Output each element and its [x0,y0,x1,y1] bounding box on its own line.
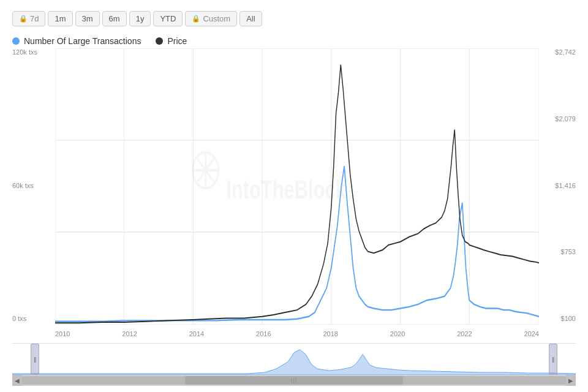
x-label-2016: 2016 [256,330,271,337]
btn-ytd-label: YTD [160,14,176,23]
btn-custom-label: Custom [203,14,230,23]
btn-all-label: All [246,14,255,23]
btn-3m-label: 3m [82,14,93,23]
legend-item-price: Price [156,36,187,46]
mini-chart-svg: 2010 2015 2020 [12,344,576,375]
x-label-2022: 2022 [457,330,472,337]
y-axis-right: $2,742 $2,079 $1,416 $753 $100 [539,48,576,325]
x-label-2020: 2020 [390,330,405,337]
y-right-label-4: $753 [561,248,576,255]
y-right-label-5: $100 [561,315,576,322]
x-label-2024: 2024 [524,330,539,337]
chart-svg-wrapper: IntoTheBlock [55,48,539,325]
scroll-left-arrow[interactable]: ◀ [12,375,22,386]
mini-chart-area [12,350,576,375]
legend: Number Of Large Transactions Price [12,31,576,48]
y-label-0: 0 txs [12,315,26,322]
btn-1y-label: 1y [136,14,145,23]
scrollbar-thumb[interactable]: ||| [185,376,402,385]
y-axis-left: 120k txs 60k txs 0 txs [12,48,55,325]
legend-item-transactions: Number Of Large Transactions [12,36,141,46]
scrollbar-track: ||| [22,376,566,385]
svg-text:IntoTheBlock: IntoTheBlock [226,175,345,204]
y-label-120k: 120k txs [12,48,37,56]
x-label-2012: 2012 [122,330,137,337]
y-right-label-1: $2,742 [555,48,576,56]
btn-1m-label: 1m [55,14,66,23]
btn-7d-label: 7d [30,14,39,23]
mini-chart-inner: 2010 2015 2020 ‖ ‖ [12,344,576,375]
btn-3m[interactable]: 3m [75,11,100,26]
scrollbar[interactable]: ◀ ||| ▶ [12,375,576,386]
scrollbar-thumb-icon: ||| [291,377,297,383]
btn-6m[interactable]: 6m [102,11,127,26]
toolbar: 🔒7d1m3m6m1yYTD🔒CustomAll [12,6,576,31]
btn-all[interactable]: All [239,11,262,26]
app-container: 🔒7d1m3m6m1yYTD🔒CustomAll Number Of Large… [0,0,588,392]
btn-custom-lock-icon: 🔒 [192,15,200,23]
legend-dot-transactions [12,37,20,45]
btn-6m-label: 6m [109,14,120,23]
legend-label-price: Price [167,36,187,46]
x-label-2014: 2014 [189,330,204,337]
y-label-60k: 60k txs [12,182,34,189]
legend-dot-price [156,37,163,45]
watermark: IntoTheBlock [192,153,345,205]
chart-area: 120k txs 60k txs 0 txs $2,742 $2,079 $1,… [12,48,576,386]
btn-7d-lock-icon: 🔒 [19,15,28,23]
mini-chart-left-handle[interactable]: ‖ [31,344,39,375]
legend-label-transactions: Number Of Large Transactions [24,36,141,46]
x-axis: 2010 2012 2014 2016 2018 2020 2022 2024 [55,325,539,343]
main-chart: 120k txs 60k txs 0 txs $2,742 $2,079 $1,… [12,48,576,343]
scroll-right-arrow[interactable]: ▶ [566,375,576,386]
x-label-2018: 2018 [323,330,337,337]
mini-chart-right-handle[interactable]: ‖ [549,344,557,375]
y-right-label-2: $2,079 [555,115,576,123]
x-label-2010: 2010 [55,330,70,337]
btn-custom[interactable]: 🔒Custom [185,11,237,26]
btn-1m[interactable]: 1m [48,11,72,26]
y-right-label-3: $1,416 [555,182,576,189]
btn-ytd[interactable]: YTD [153,11,183,26]
mini-chart: 2010 2015 2020 ‖ ‖ ◀ ||| ▶ [12,343,576,386]
btn-1y[interactable]: 1y [129,11,151,26]
chart-svg: IntoTheBlock [55,48,539,325]
btn-7d[interactable]: 🔒7d [12,11,45,26]
